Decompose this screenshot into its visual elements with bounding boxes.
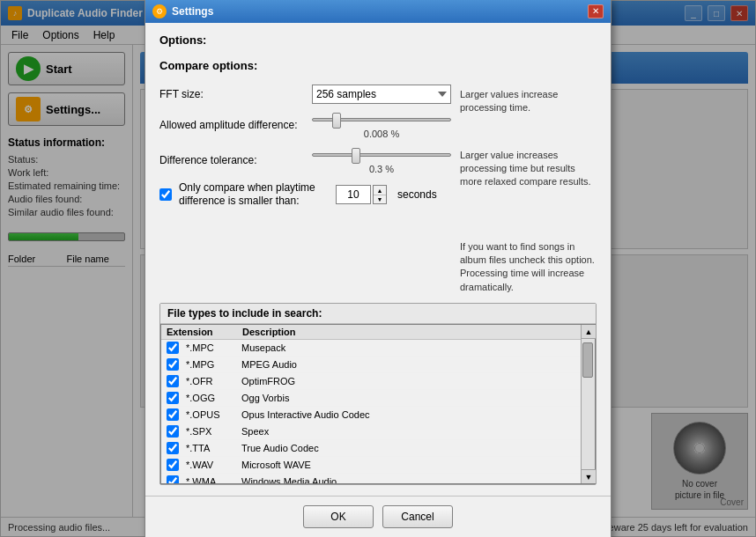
tolerance-value: 0.3 %: [312, 164, 451, 174]
file-type-checkbox-2[interactable]: [167, 375, 179, 387]
modal-title: Settings: [172, 5, 582, 18]
table-row: *.WAVMicrosoft WAVE: [161, 457, 581, 474]
fft-label: FFT size:: [159, 88, 305, 100]
scroll-thumb[interactable]: [582, 342, 593, 378]
amplitude-slider[interactable]: [312, 111, 451, 129]
file-type-ext: *.WAV: [186, 460, 234, 470]
tolerance-label: Difference tolerance:: [159, 154, 305, 166]
info-fft: Larger values increase processing time.: [460, 88, 597, 115]
file-type-desc: True Audio Codec: [241, 443, 575, 453]
playtime-group: ▲ ▼: [336, 185, 387, 204]
file-types-wrapper: Extension Description *.MPCMusepack*.MPG…: [160, 324, 596, 484]
app-window: ♪ Duplicate Audio Finder _ □ ✕ File Opti…: [0, 0, 756, 537]
playtime-checkbox[interactable]: [159, 188, 172, 201]
file-type-checkbox-3[interactable]: [167, 392, 179, 404]
table-row: *.OFROptimFROG: [161, 373, 581, 390]
modal-titlebar: ⚙ Settings ✕: [145, 0, 611, 23]
file-type-ext: *.MPG: [186, 359, 234, 370]
file-types-body: *.MPCMusepack*.MPGMPEG Audio*.OFROptimFR…: [161, 340, 581, 483]
scrollbar: ▲ ▼: [581, 325, 595, 483]
modal-body: Options: Compare options: FFT size: 64 s…: [145, 23, 611, 497]
modal-close-button[interactable]: ✕: [588, 4, 604, 18]
modal-icon: ⚙: [152, 4, 167, 18]
playtime-text: Only compare when playtime difference is…: [179, 181, 329, 209]
fft-select[interactable]: 64 samples128 samples256 samples512 samp…: [312, 85, 451, 104]
file-type-desc: MPEG Audio: [241, 359, 575, 370]
file-type-desc: Windows Media Audio: [241, 476, 575, 483]
table-row: *.MPCMusepack: [161, 340, 581, 357]
cancel-button[interactable]: Cancel: [382, 505, 453, 528]
file-type-desc: OptimFROG: [241, 376, 575, 386]
col-description: Description: [242, 327, 575, 337]
scroll-up-arrow[interactable]: ▲: [582, 325, 596, 339]
file-type-checkbox-5[interactable]: [167, 425, 179, 438]
file-types-list: Extension Description *.MPCMusepack*.MPG…: [161, 325, 581, 483]
amplitude-row: Allowed amplitude difference: 0.008 %: [159, 111, 451, 139]
info-playtime: If you want to find songs in album files…: [460, 240, 597, 295]
tolerance-slider[interactable]: [312, 146, 451, 164]
compare-right: Larger values increase processing time. …: [460, 85, 597, 295]
file-type-desc: Ogg Vorbis: [241, 393, 575, 403]
file-type-checkbox-4[interactable]: [167, 408, 179, 421]
tolerance-row: Difference tolerance: 0.3 %: [159, 146, 451, 174]
playtime-unit: seconds: [397, 188, 437, 201]
file-type-ext: *.MPC: [186, 342, 234, 353]
spinner-up[interactable]: ▲: [374, 186, 386, 195]
file-type-ext: *.WMA: [186, 476, 234, 483]
playtime-row: Only compare when playtime difference is…: [159, 181, 451, 209]
file-type-checkbox-8[interactable]: [167, 475, 179, 483]
file-type-ext: *.OFR: [186, 376, 234, 386]
compare-section: FFT size: 64 samples128 samples256 sampl…: [159, 85, 597, 295]
file-type-checkbox-1[interactable]: [167, 358, 179, 371]
modal-overlay: ⚙ Settings ✕ Options: Compare options: F…: [1, 1, 755, 536]
tolerance-slider-container: 0.3 %: [312, 146, 451, 174]
modal-footer: OK Cancel: [145, 496, 611, 537]
file-type-ext: *.OGG: [186, 393, 234, 403]
scroll-thumb-area: [582, 339, 595, 469]
ok-button[interactable]: OK: [303, 505, 374, 528]
table-row: *.WMAWindows Media Audio: [161, 474, 581, 483]
compare-title: Compare options:: [159, 59, 597, 72]
col-extension: Extension: [167, 327, 228, 337]
playtime-spinner[interactable]: ▲ ▼: [373, 185, 387, 204]
scroll-down-arrow[interactable]: ▼: [582, 469, 596, 483]
file-type-desc: Speex: [241, 426, 575, 437]
playtime-input[interactable]: [336, 185, 371, 204]
table-row: *.TTATrue Audio Codec: [161, 440, 581, 457]
file-type-checkbox-6[interactable]: [167, 442, 179, 454]
file-type-desc: Opus Interactive Audio Codec: [241, 409, 575, 420]
table-header: Extension Description: [161, 325, 581, 340]
file-types-section: File types to include in search: Extensi…: [159, 303, 597, 485]
table-row: *.OGGOgg Vorbis: [161, 390, 581, 407]
options-title: Options:: [159, 33, 597, 47]
amplitude-label: Allowed amplitude difference:: [159, 119, 305, 131]
file-type-ext: *.OPUS: [186, 409, 234, 420]
settings-modal: ⚙ Settings ✕ Options: Compare options: F…: [145, 0, 611, 537]
file-types-title: File types to include in search:: [160, 304, 596, 324]
file-type-ext: *.SPX: [186, 426, 234, 437]
file-type-checkbox-7[interactable]: [167, 459, 179, 471]
amplitude-value: 0.008 %: [312, 129, 451, 139]
file-type-ext: *.TTA: [186, 443, 234, 453]
file-type-checkbox-0[interactable]: [167, 342, 179, 354]
compare-left: FFT size: 64 samples128 samples256 sampl…: [159, 85, 451, 295]
table-row: *.SPXSpeex: [161, 423, 581, 440]
file-type-desc: Microsoft WAVE: [241, 460, 575, 470]
info-amplitude: Larger value increases processing time b…: [460, 149, 597, 189]
fft-row: FFT size: 64 samples128 samples256 sampl…: [159, 85, 451, 104]
file-type-desc: Musepack: [241, 342, 575, 353]
table-row: *.MPGMPEG Audio: [161, 357, 581, 373]
table-row: *.OPUSOpus Interactive Audio Codec: [161, 407, 581, 423]
spinner-down[interactable]: ▼: [374, 195, 386, 204]
amplitude-slider-container: 0.008 %: [312, 111, 451, 139]
